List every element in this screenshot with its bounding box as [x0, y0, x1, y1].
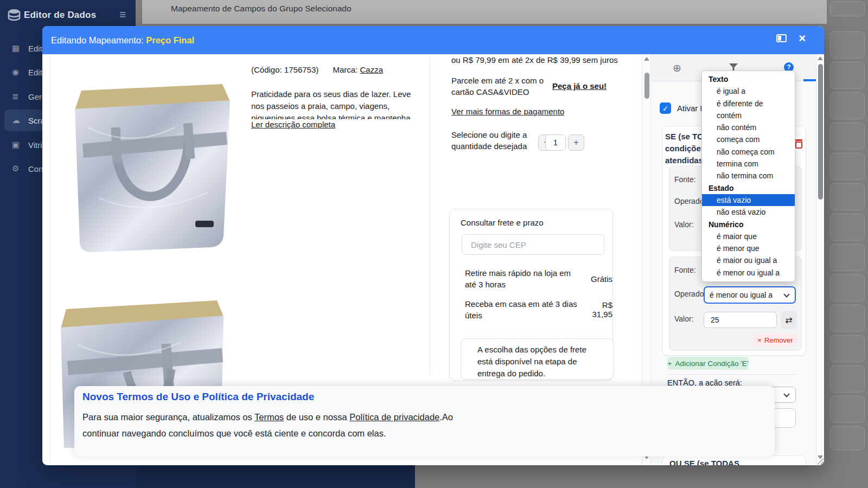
more-payment-methods-link[interactable]: Ver mais formas de pagamento: [451, 107, 564, 116]
scrollbar-thumb[interactable]: [644, 73, 649, 99]
palette-icon: ◉: [12, 67, 25, 77]
fonte-label: Fonte:: [674, 266, 696, 274]
chevron-down-icon: [783, 291, 789, 297]
activate-checkbox[interactable]: ✓: [660, 102, 671, 114]
dropdown-item[interactable]: contém: [702, 110, 795, 121]
cep-placeholder: Digite seu CEP: [471, 240, 526, 249]
dropdown-item[interactable]: Numérico: [702, 219, 795, 230]
shipping-option-value: Grátis: [580, 274, 612, 284]
swap-icon[interactable]: ⇄: [781, 311, 797, 329]
product-description-block: (Código: 1756753) Marca: Cazza Praticida…: [251, 65, 425, 130]
dropdown-item[interactable]: é igual a: [702, 85, 795, 97]
list-icon: ≣: [12, 92, 25, 101]
toast-body: Para sua maior segurança, atualizamos os…: [82, 409, 489, 441]
shipping-option-pickup: Retire mais rápido na loja em até 3 hora…: [465, 267, 612, 290]
scrollbar-thumb[interactable]: [818, 64, 823, 200]
app-title: Editor de Dados: [24, 10, 96, 21]
remove-label: Remover: [764, 336, 793, 344]
activate-block-row: ✓ Ativar Bl: [660, 102, 707, 114]
dropdown-item[interactable]: está vazio: [702, 194, 795, 206]
or-condition-group-card: OU SE (se TODAS: [662, 455, 806, 465]
valor-label: Valor:: [674, 220, 694, 229]
shipping-option-label: Receba em casa em até 3 dias úteis: [465, 298, 580, 321]
screen: Mapeamento de Campos do Grupo Selecionad…: [0, 0, 868, 488]
product-description: Praticidade para os seus dias de lazer. …: [251, 88, 418, 119]
shipping-title: Consultar frete e prazo: [461, 218, 544, 227]
plus-icon: +: [668, 359, 672, 368]
shipping-note-text: A escolha das opções de frete está dispo…: [477, 344, 592, 380]
dropdown-item[interactable]: é menor ou igual a: [702, 267, 795, 279]
dropdown-item[interactable]: termina com: [702, 158, 795, 170]
quantity-label: Selecione ou digite a quantidade desejad…: [451, 129, 545, 152]
shipping-card: Consultar frete e prazo Digite seu CEP R…: [449, 209, 613, 381]
delete-group-icon[interactable]: [795, 139, 802, 149]
database-icon: [8, 9, 21, 23]
product-image-main[interactable]: [66, 62, 235, 275]
card-offer-text: Parcele em até 2 x com o cartão CASA&VID…: [451, 75, 558, 98]
modal-title: Editando Mapeamento: Preço Final: [51, 35, 194, 46]
toast-title: Novos Termos de Uso e Política de Privac…: [82, 391, 314, 403]
background-footer-band: [136, 464, 415, 488]
quantity-plus-button[interactable]: +: [568, 134, 584, 151]
remove-condition-button[interactable]: × Remover: [754, 333, 797, 346]
dropdown-item[interactable]: não começa com: [702, 146, 795, 158]
dropdown-item[interactable]: não contém: [702, 121, 795, 133]
modal-title-field: Preço Final: [146, 35, 194, 45]
crosshair-icon[interactable]: ⊕: [673, 62, 681, 74]
brand-link[interactable]: Cazza: [360, 65, 383, 74]
quantity-input[interactable]: 1: [545, 134, 566, 151]
condition-group-header: SE (se TO condições atendidas: [662, 131, 705, 166]
dropdown-item[interactable]: começa com: [702, 133, 795, 145]
terms-notice-toast: Novos Termos de Uso e Política de Privac…: [74, 386, 775, 457]
valor-label: Valor:: [674, 314, 694, 323]
close-icon[interactable]: ×: [799, 34, 806, 42]
termos-link[interactable]: Termos: [254, 412, 284, 422]
scroll-up-arrow[interactable]: [644, 57, 649, 61]
background-page-title: Mapeamento de Campos do Grupo Selecionad…: [171, 4, 352, 14]
remove-x-icon: ×: [757, 336, 762, 344]
scroll-up-arrow[interactable]: [818, 56, 823, 60]
card-cta-link[interactable]: Peça já o seu!: [552, 81, 607, 91]
operator-selected-value: é menor ou igual a: [710, 291, 773, 299]
dropdown-item[interactable]: é diferente de: [702, 98, 795, 110]
read-full-description-link[interactable]: Ler descrição completa: [251, 120, 335, 129]
operator-dropdown-menu: Texto é igual a é diferente de contém nã…: [701, 70, 795, 282]
modal-header: Editando Mapeamento: Preço Final ×: [42, 26, 824, 54]
dropdown-item[interactable]: não está vazio: [702, 206, 795, 218]
shipping-note-box: A escolha das opções de frete está dispo…: [461, 338, 614, 380]
add-and-condition-button[interactable]: + Adicionar Condição 'E': [667, 357, 749, 370]
politica-link[interactable]: Política de privacidade: [349, 412, 439, 422]
split-view-icon[interactable]: [776, 34, 787, 42]
panel-divider: [667, 374, 796, 375]
column-divider: [430, 56, 430, 375]
background-page-header: Mapeamento de Campos do Grupo Selecionad…: [142, 0, 827, 24]
modal-scrollbar[interactable]: [816, 54, 824, 465]
dropdown-item[interactable]: é maior ou igual a: [702, 254, 795, 266]
dropdown-item[interactable]: é maior que: [702, 230, 795, 242]
brand-label: Marca:: [333, 65, 358, 74]
value-input[interactable]: 25: [704, 312, 777, 328]
edit-mapping-modal: Editando Mapeamento: Preço Final ×: [42, 26, 824, 465]
shipping-option-value: R$ 31,95: [580, 300, 612, 319]
storefront-icon: ▣: [12, 140, 25, 150]
hamburger-icon[interactable]: ≡: [119, 8, 126, 21]
modal-title-prefix: Editando Mapeamento:: [51, 35, 146, 45]
dropdown-item[interactable]: Texto: [702, 73, 795, 85]
product-code-line: (Código: 1756753) Marca: Cazza: [251, 65, 425, 74]
operator-select[interactable]: é menor ou igual a: [704, 286, 796, 304]
table-grid-icon: ▦: [12, 43, 25, 53]
or-group-header: OU SE (se TODAS: [669, 459, 739, 465]
installment-line: ou R$ 79,99 em até 2x de R$ 39,99 sem ju…: [451, 55, 625, 65]
shipping-option-delivery: Receba em casa em até 3 dias úteis R$ 31…: [465, 298, 612, 321]
cloud-download-icon: ☁: [12, 115, 25, 125]
gear-icon: ⚙: [12, 164, 25, 174]
resize-handle[interactable]: [817, 458, 824, 465]
cep-input[interactable]: Digite seu CEP: [462, 234, 604, 255]
dropdown-item[interactable]: é menor que: [702, 242, 795, 254]
shipping-option-label: Retire mais rápido na loja em até 3 hora…: [465, 267, 580, 290]
fonte-label: Fonte:: [674, 175, 696, 184]
dropdown-item[interactable]: Estado: [702, 182, 795, 194]
dropdown-item[interactable]: não termina com: [702, 170, 795, 182]
add-condition-label: Adicionar Condição 'E': [675, 359, 748, 368]
chevron-down-icon: [783, 391, 789, 397]
